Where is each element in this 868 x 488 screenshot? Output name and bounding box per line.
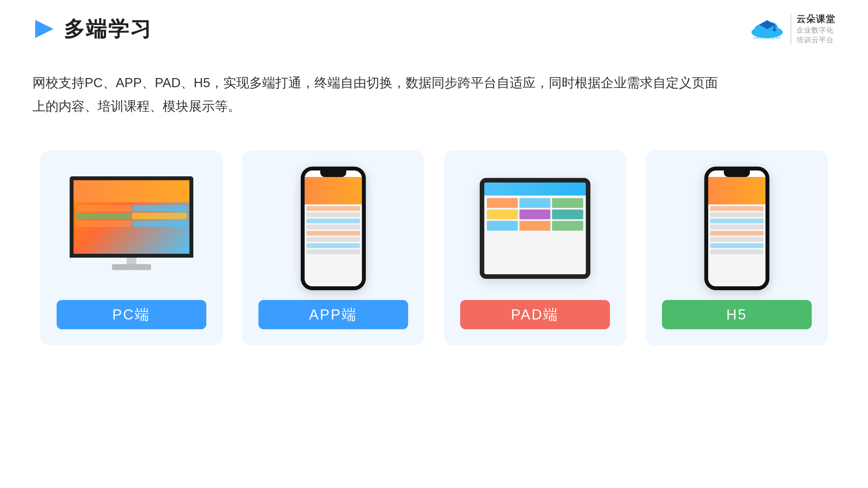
page-title: 多端学习 — [64, 15, 152, 43]
h5-image-area — [662, 170, 812, 287]
card-pad: PAD端 — [444, 150, 626, 346]
h5-phone-notch — [724, 170, 750, 177]
cloud-icon: yunduoketang.com — [748, 18, 787, 40]
pc-image-area — [57, 170, 206, 287]
card-h5: H5 — [646, 150, 828, 346]
description-line1: 网校支持PC、APP、PAD、H5，实现多端打通，终端自由切换，数据同步跨平台自… — [33, 71, 749, 94]
description-line2: 上的内容、培训课程、模块展示等。 — [33, 94, 749, 118]
svg-point-6 — [773, 29, 777, 31]
h5-phone-screen — [708, 177, 766, 286]
description-block: 网校支持PC、APP、PAD、H5，实现多端打通，终端自由切换，数据同步跨平台自… — [0, 58, 781, 137]
pad-image-area — [460, 170, 610, 287]
logo-left: 多端学习 — [33, 15, 152, 43]
cards-container: PC端 — [0, 137, 868, 359]
logo-tagline-line2: 培训云平台 — [797, 35, 835, 45]
logo-main-text: 云朵课堂 — [797, 13, 835, 25]
pc-button[interactable]: PC端 — [57, 300, 206, 329]
logo-text-group: 云朵课堂 企业数字化 培训云平台 — [790, 13, 835, 45]
card-app: APP端 — [242, 150, 425, 346]
phone-notch — [320, 170, 346, 177]
brand-logo: yunduoketang.com 云朵课堂 企业数字化 培训云平台 — [748, 13, 835, 45]
h5-phone — [704, 167, 769, 290]
logo-right: yunduoketang.com 云朵课堂 企业数字化 培训云平台 — [748, 13, 835, 45]
svg-text:yunduoketang.com: yunduoketang.com — [753, 36, 781, 39]
logo-tagline-line1: 企业数字化 — [797, 25, 835, 35]
svg-marker-0 — [35, 20, 53, 38]
app-button[interactable]: APP端 — [258, 300, 408, 329]
monitor-neck — [127, 258, 136, 264]
tablet-button — [587, 223, 590, 234]
app-phone — [301, 167, 366, 290]
monitor-screen — [70, 176, 193, 258]
monitor-base — [112, 264, 151, 270]
pad-tablet — [480, 178, 590, 279]
play-icon — [33, 17, 56, 41]
pad-button[interactable]: PAD端 — [460, 300, 610, 329]
pc-monitor — [63, 176, 200, 281]
page-header: 多端学习 yunduoketang.com 云朵课堂 企业数字化 培训云平台 — [0, 0, 868, 58]
phone-screen — [305, 177, 362, 286]
tablet-screen — [484, 183, 586, 274]
app-image-area — [258, 170, 408, 287]
h5-button[interactable]: H5 — [662, 300, 812, 329]
card-pc: PC端 — [40, 150, 223, 346]
